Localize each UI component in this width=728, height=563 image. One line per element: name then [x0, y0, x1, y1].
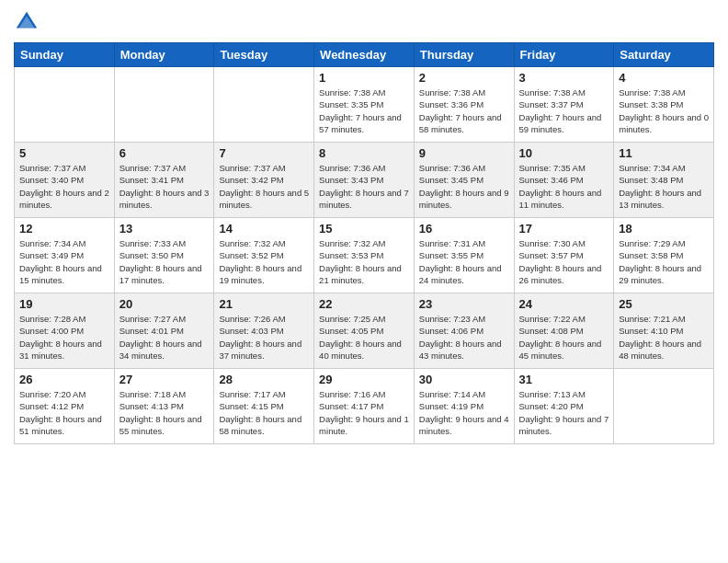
day-number: 31 — [519, 373, 609, 386]
calendar-week-row: 19Sunrise: 7:28 AM Sunset: 4:00 PM Dayli… — [15, 293, 714, 369]
day-number: 1 — [319, 71, 409, 85]
day-info: Sunrise: 7:33 AM Sunset: 3:50 PM Dayligh… — [119, 237, 210, 286]
day-number: 24 — [519, 297, 609, 311]
day-number: 8 — [319, 146, 409, 160]
day-number: 9 — [419, 146, 509, 160]
day-info: Sunrise: 7:38 AM Sunset: 3:35 PM Dayligh… — [319, 86, 409, 135]
calendar-cell: 11Sunrise: 7:34 AM Sunset: 3:48 PM Dayli… — [614, 143, 714, 218]
day-number: 29 — [319, 373, 409, 386]
day-info: Sunrise: 7:27 AM Sunset: 4:01 PM Dayligh… — [119, 313, 210, 362]
calendar-cell: 20Sunrise: 7:27 AM Sunset: 4:01 PM Dayli… — [114, 293, 214, 369]
day-number: 3 — [519, 71, 609, 85]
calendar-cell: 12Sunrise: 7:34 AM Sunset: 3:49 PM Dayli… — [15, 218, 115, 293]
day-info: Sunrise: 7:28 AM Sunset: 4:00 PM Dayligh… — [19, 313, 109, 362]
day-info: Sunrise: 7:17 AM Sunset: 4:15 PM Dayligh… — [219, 388, 309, 437]
day-info: Sunrise: 7:38 AM Sunset: 3:36 PM Dayligh… — [419, 86, 509, 135]
day-info: Sunrise: 7:26 AM Sunset: 4:03 PM Dayligh… — [219, 313, 309, 362]
day-info: Sunrise: 7:29 AM Sunset: 3:58 PM Dayligh… — [619, 237, 709, 286]
day-info: Sunrise: 7:23 AM Sunset: 4:06 PM Dayligh… — [419, 313, 509, 362]
calendar-cell: 15Sunrise: 7:32 AM Sunset: 3:53 PM Dayli… — [314, 218, 415, 293]
calendar-cell: 8Sunrise: 7:36 AM Sunset: 3:43 PM Daylig… — [314, 143, 415, 218]
day-number: 5 — [19, 146, 109, 160]
calendar-cell: 30Sunrise: 7:14 AM Sunset: 4:19 PM Dayli… — [414, 369, 514, 444]
calendar-cell: 13Sunrise: 7:33 AM Sunset: 3:50 PM Dayli… — [114, 218, 214, 293]
day-number: 6 — [119, 146, 210, 160]
weekday-header: Tuesday — [214, 43, 314, 67]
day-number: 21 — [219, 297, 309, 311]
calendar-cell: 25Sunrise: 7:21 AM Sunset: 4:10 PM Dayli… — [614, 293, 714, 369]
calendar-cell: 18Sunrise: 7:29 AM Sunset: 3:58 PM Dayli… — [614, 218, 714, 293]
day-info: Sunrise: 7:18 AM Sunset: 4:13 PM Dayligh… — [119, 388, 210, 437]
day-number: 26 — [19, 373, 109, 386]
day-number: 12 — [19, 222, 109, 236]
day-number: 17 — [519, 222, 609, 236]
calendar-cell — [614, 369, 714, 444]
day-number: 16 — [419, 222, 509, 236]
day-number: 27 — [119, 373, 210, 386]
calendar-cell: 1Sunrise: 7:38 AM Sunset: 3:35 PM Daylig… — [314, 67, 415, 143]
day-info: Sunrise: 7:21 AM Sunset: 4:10 PM Dayligh… — [619, 313, 709, 362]
day-info: Sunrise: 7:36 AM Sunset: 3:45 PM Dayligh… — [419, 162, 509, 211]
day-info: Sunrise: 7:36 AM Sunset: 3:43 PM Dayligh… — [319, 162, 409, 211]
logo — [14, 9, 43, 35]
calendar-week-row: 12Sunrise: 7:34 AM Sunset: 3:49 PM Dayli… — [15, 218, 714, 293]
day-number: 22 — [319, 297, 409, 311]
calendar-week-row: 5Sunrise: 7:37 AM Sunset: 3:40 PM Daylig… — [15, 143, 714, 218]
calendar-week-row: 1Sunrise: 7:38 AM Sunset: 3:35 PM Daylig… — [15, 67, 714, 143]
calendar-cell: 29Sunrise: 7:16 AM Sunset: 4:17 PM Dayli… — [314, 369, 415, 444]
day-info: Sunrise: 7:32 AM Sunset: 3:53 PM Dayligh… — [319, 237, 409, 286]
logo-icon — [14, 9, 40, 35]
day-info: Sunrise: 7:25 AM Sunset: 4:05 PM Dayligh… — [319, 313, 409, 362]
day-info: Sunrise: 7:34 AM Sunset: 3:48 PM Dayligh… — [619, 162, 709, 211]
calendar-cell: 27Sunrise: 7:18 AM Sunset: 4:13 PM Dayli… — [114, 369, 214, 444]
calendar-table: SundayMondayTuesdayWednesdayThursdayFrid… — [14, 42, 714, 444]
day-number: 13 — [119, 222, 210, 236]
calendar-container: SundayMondayTuesdayWednesdayThursdayFrid… — [0, 0, 728, 563]
weekday-header: Saturday — [614, 43, 714, 67]
weekday-header: Wednesday — [314, 43, 415, 67]
calendar-cell: 6Sunrise: 7:37 AM Sunset: 3:41 PM Daylig… — [114, 143, 214, 218]
calendar-cell: 3Sunrise: 7:38 AM Sunset: 3:37 PM Daylig… — [514, 67, 614, 143]
calendar-week-row: 26Sunrise: 7:20 AM Sunset: 4:12 PM Dayli… — [15, 369, 714, 444]
day-info: Sunrise: 7:14 AM Sunset: 4:19 PM Dayligh… — [419, 388, 509, 437]
weekday-header-row: SundayMondayTuesdayWednesdayThursdayFrid… — [15, 43, 714, 67]
weekday-header: Sunday — [15, 43, 115, 67]
calendar-cell: 14Sunrise: 7:32 AM Sunset: 3:52 PM Dayli… — [214, 218, 314, 293]
day-number: 15 — [319, 222, 409, 236]
day-number: 18 — [619, 222, 709, 236]
calendar-cell: 16Sunrise: 7:31 AM Sunset: 3:55 PM Dayli… — [414, 218, 514, 293]
day-info: Sunrise: 7:22 AM Sunset: 4:08 PM Dayligh… — [519, 313, 609, 362]
day-number: 4 — [619, 71, 709, 85]
day-info: Sunrise: 7:37 AM Sunset: 3:42 PM Dayligh… — [219, 162, 309, 211]
day-info: Sunrise: 7:31 AM Sunset: 3:55 PM Dayligh… — [419, 237, 509, 286]
calendar-cell: 31Sunrise: 7:13 AM Sunset: 4:20 PM Dayli… — [514, 369, 614, 444]
day-number: 11 — [619, 146, 709, 160]
calendar-cell: 10Sunrise: 7:35 AM Sunset: 3:46 PM Dayli… — [514, 143, 614, 218]
weekday-header: Thursday — [414, 43, 514, 67]
day-info: Sunrise: 7:38 AM Sunset: 3:38 PM Dayligh… — [619, 86, 709, 135]
day-info: Sunrise: 7:38 AM Sunset: 3:37 PM Dayligh… — [519, 86, 609, 135]
calendar-cell — [15, 67, 115, 143]
day-info: Sunrise: 7:37 AM Sunset: 3:40 PM Dayligh… — [19, 162, 109, 211]
day-number: 20 — [119, 297, 210, 311]
weekday-header: Monday — [114, 43, 214, 67]
calendar-cell: 4Sunrise: 7:38 AM Sunset: 3:38 PM Daylig… — [614, 67, 714, 143]
day-info: Sunrise: 7:30 AM Sunset: 3:57 PM Dayligh… — [519, 237, 609, 286]
day-number: 19 — [19, 297, 109, 311]
day-number: 23 — [419, 297, 509, 311]
calendar-cell: 5Sunrise: 7:37 AM Sunset: 3:40 PM Daylig… — [15, 143, 115, 218]
day-info: Sunrise: 7:13 AM Sunset: 4:20 PM Dayligh… — [519, 388, 609, 437]
day-info: Sunrise: 7:20 AM Sunset: 4:12 PM Dayligh… — [19, 388, 109, 437]
day-number: 30 — [419, 373, 509, 386]
calendar-cell: 9Sunrise: 7:36 AM Sunset: 3:45 PM Daylig… — [414, 143, 514, 218]
weekday-header: Friday — [514, 43, 614, 67]
day-info: Sunrise: 7:37 AM Sunset: 3:41 PM Dayligh… — [119, 162, 210, 211]
calendar-cell — [114, 67, 214, 143]
day-info: Sunrise: 7:16 AM Sunset: 4:17 PM Dayligh… — [319, 388, 409, 437]
day-info: Sunrise: 7:34 AM Sunset: 3:49 PM Dayligh… — [19, 237, 109, 286]
day-number: 7 — [219, 146, 309, 160]
calendar-cell: 28Sunrise: 7:17 AM Sunset: 4:15 PM Dayli… — [214, 369, 314, 444]
calendar-cell: 22Sunrise: 7:25 AM Sunset: 4:05 PM Dayli… — [314, 293, 415, 369]
calendar-cell: 17Sunrise: 7:30 AM Sunset: 3:57 PM Dayli… — [514, 218, 614, 293]
day-number: 10 — [519, 146, 609, 160]
